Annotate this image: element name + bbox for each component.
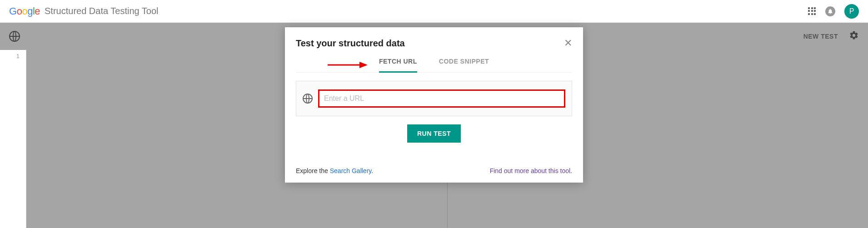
close-icon[interactable]: ✕ <box>564 38 572 48</box>
settings-gear-icon[interactable] <box>849 30 859 42</box>
header-right: P <box>808 4 859 19</box>
app-header: Google Structured Data Testing Tool P <box>0 0 868 23</box>
modal-footer: Explore the Search Gallery. Find out mor… <box>296 167 572 174</box>
new-test-button[interactable]: NEW TEST <box>803 33 838 40</box>
globe-icon <box>303 94 313 104</box>
app-title: Structured Data Testing Tool <box>45 6 159 16</box>
globe-icon[interactable] <box>9 31 20 42</box>
arrow-annotation-icon <box>328 60 369 69</box>
url-input-box <box>296 81 572 116</box>
run-button-row: RUN TEST <box>296 124 572 143</box>
test-modal: Test your structured data ✕ FETCH URL CO… <box>285 27 583 183</box>
footer-more-suffix: . <box>570 167 572 174</box>
run-test-button[interactable]: RUN TEST <box>407 124 461 143</box>
footer-explore: Explore the Search Gallery. <box>296 167 373 174</box>
line-gutter: 1 <box>0 50 26 228</box>
line-number: 1 <box>0 53 26 59</box>
search-gallery-link[interactable]: Search Gallery <box>330 167 372 174</box>
tab-fetch-url[interactable]: FETCH URL <box>379 58 417 73</box>
footer-more: Find out more about this tool. <box>490 167 572 174</box>
modal-tabs: FETCH URL CODE SNIPPET <box>296 58 572 73</box>
footer-explore-prefix: Explore the <box>296 167 330 174</box>
modal-title: Test your structured data <box>296 38 405 49</box>
apps-grid-icon[interactable] <box>808 7 816 15</box>
toolbar-right: NEW TEST <box>803 30 859 42</box>
url-input[interactable] <box>318 89 565 108</box>
svg-marker-1 <box>359 62 368 68</box>
footer-explore-suffix: . <box>371 167 373 174</box>
find-out-more-link[interactable]: Find out more about this tool <box>490 167 570 174</box>
modal-header: Test your structured data ✕ <box>296 38 572 49</box>
tab-code-snippet[interactable]: CODE SNIPPET <box>439 58 489 72</box>
user-avatar[interactable]: P <box>844 4 859 19</box>
header-left: Google Structured Data Testing Tool <box>9 5 159 17</box>
google-logo: Google <box>9 5 40 17</box>
notifications-icon[interactable] <box>825 6 835 16</box>
